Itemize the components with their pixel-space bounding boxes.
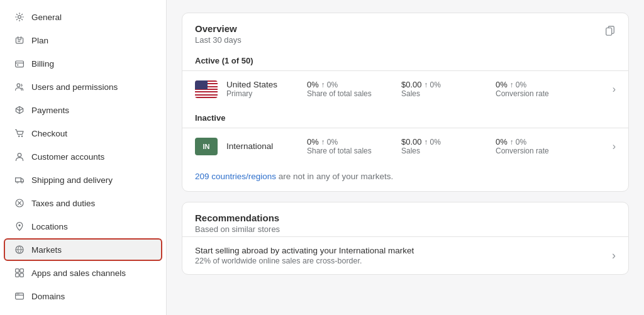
stat-conv-us: 0% ↑ 0% Conversion rate (496, 80, 565, 98)
sidebar-label-checkout: Checkout (31, 129, 67, 138)
sidebar-item-users[interactable]: Users and permissions (4, 75, 162, 98)
stat-sales-us: $0.00 ↑ 0% Sales (401, 80, 470, 98)
countries-note: 209 countries/regions are not in any of … (182, 164, 628, 191)
svg-point-9 (21, 182, 23, 183)
sidebar-item-customer-events[interactable]: Customer events (4, 308, 162, 315)
stat-share-us: 0% ↑ 0% Share of total sales (307, 80, 376, 98)
svg-point-7 (18, 153, 21, 157)
svg-point-0 (18, 16, 21, 19)
gear-icon (14, 11, 25, 23)
sidebar-item-general[interactable]: General (4, 6, 162, 28)
chevron-right-rec: › (612, 249, 616, 262)
svg-point-19 (18, 294, 19, 295)
stat-conv-label-intl: Conversion rate (496, 146, 565, 155)
rec-sub-intl: 22% of worldwide online sales are cross-… (195, 257, 414, 265)
chevron-right-us: › (613, 84, 616, 95)
overview-card: Overview Last 30 days Active (1 of 50) U… (182, 13, 629, 192)
stat-conv-pct-intl: 0% (496, 137, 508, 146)
sidebar-item-shipping[interactable]: Shipping and delivery (4, 169, 162, 191)
svg-point-8 (17, 182, 18, 183)
overview-title: Overview (195, 23, 616, 34)
stat-sales-intl: $0.00 ↑ 0% Sales (401, 137, 470, 155)
active-group-label: Active (1 of 50) (182, 50, 628, 70)
stat-sales-val-intl: $0.00 (401, 137, 422, 146)
apps-icon (14, 267, 25, 279)
sidebar-label-domains: Domains (31, 292, 65, 301)
inactive-group-label: Inactive (182, 107, 628, 128)
market-name-intl-primary: International (226, 141, 302, 151)
stat-sales-label-intl: Sales (401, 146, 470, 155)
copy-icon-button[interactable] (602, 22, 618, 40)
market-name-us: United States Primary (226, 80, 302, 98)
rec-title-intl: Start selling abroad by activating your … (195, 246, 414, 255)
sidebar-item-billing[interactable]: Billing (4, 52, 162, 75)
sidebar-label-taxes: Taxes and duties (31, 199, 95, 208)
svg-rect-2 (16, 61, 24, 67)
svg-rect-14 (20, 269, 24, 273)
stat-conv-change-us: ↑ 0% (509, 80, 526, 89)
svg-point-4 (17, 84, 20, 87)
sidebar-label-markets: Markets (31, 245, 62, 255)
stat-share-intl: 0% ↑ 0% Share of total sales (307, 137, 376, 155)
overview-subtitle: Last 30 days (195, 35, 616, 45)
market-name-intl: International (226, 141, 302, 151)
stat-conv-label-us: Conversion rate (496, 89, 565, 98)
svg-point-5 (18, 136, 19, 137)
markets-icon (14, 244, 25, 255)
svg-rect-15 (16, 274, 19, 277)
recommendations-card: Recommendations Based on similar stores … (182, 202, 629, 275)
sidebar-item-customer-accounts[interactable]: Customer accounts (4, 145, 162, 168)
sidebar-label-shipping: Shipping and delivery (31, 175, 113, 185)
market-row-us[interactable]: United States Primary 0% ↑ 0% Share of t… (182, 70, 628, 107)
countries-note-suffix: are not in any of your markets. (276, 172, 393, 181)
sidebar-item-checkout[interactable]: Checkout (4, 122, 162, 145)
stat-conv-change-intl: ↑ 0% (509, 138, 526, 146)
sidebar-item-plan[interactable]: Plan (4, 29, 162, 52)
svg-rect-16 (20, 274, 24, 277)
main-content: Overview Last 30 days Active (1 of 50) U… (167, 0, 644, 315)
shipping-icon (14, 174, 25, 185)
sidebar-item-locations[interactable]: Locations (4, 215, 162, 238)
market-row-intl[interactable]: IN International 0% ↑ 0% Share of total … (182, 128, 628, 164)
stat-conv-intl: 0% ↑ 0% Conversion rate (496, 137, 565, 155)
sidebar-label-plan: Plan (31, 36, 48, 45)
stat-conv-pct-us: 0% (496, 80, 508, 89)
taxes-icon (14, 197, 25, 209)
chevron-right-intl: › (613, 141, 616, 152)
plan-icon (14, 35, 25, 46)
stat-sales-change-us: ↑ 0% (424, 80, 441, 89)
sidebar-item-taxes[interactable]: Taxes and duties (4, 192, 162, 214)
users-icon (14, 81, 25, 92)
stat-share-change-intl: ↑ 0% (321, 138, 338, 146)
stat-share-label-us: Share of total sales (307, 89, 376, 98)
sidebar-label-general: General (31, 13, 62, 22)
flag-us (195, 80, 218, 98)
stat-share-change-us: ↑ 0% (321, 80, 338, 89)
recommendation-row-intl[interactable]: Start selling abroad by activating your … (182, 236, 628, 274)
market-tag-us: Primary (226, 89, 302, 98)
sidebar-label-customer-accounts: Customer accounts (31, 152, 104, 162)
countries-link[interactable]: 209 countries/regions (195, 172, 276, 181)
locations-icon (14, 221, 25, 232)
sidebar-label-payments: Payments (31, 106, 69, 115)
svg-point-6 (21, 136, 23, 137)
recommendations-subtitle: Based on similar stores (195, 224, 616, 234)
sidebar-item-apps[interactable]: Apps and sales channels (4, 262, 162, 284)
sidebar-item-payments[interactable]: Payments (4, 99, 162, 121)
svg-rect-3 (17, 65, 18, 66)
recommendations-title: Recommendations (195, 213, 616, 223)
stat-share-pct-intl: 0% (307, 137, 319, 146)
stat-sales-change-intl: ↑ 0% (424, 138, 441, 146)
market-stats-us: 0% ↑ 0% Share of total sales $0.00 ↑ 0% … (307, 80, 613, 98)
sidebar-label-billing: Billing (31, 59, 54, 69)
sidebar-item-markets[interactable]: Markets (4, 238, 162, 261)
domains-icon (14, 290, 25, 302)
svg-rect-22 (606, 28, 612, 35)
flag-intl: IN (195, 138, 218, 155)
payments-icon (14, 104, 25, 116)
sidebar: GeneralPlanBillingUsers and permissionsP… (0, 0, 167, 315)
svg-point-18 (17, 294, 18, 295)
stat-share-label-intl: Share of total sales (307, 146, 376, 155)
svg-rect-17 (16, 293, 24, 299)
sidebar-item-domains[interactable]: Domains (4, 285, 162, 307)
